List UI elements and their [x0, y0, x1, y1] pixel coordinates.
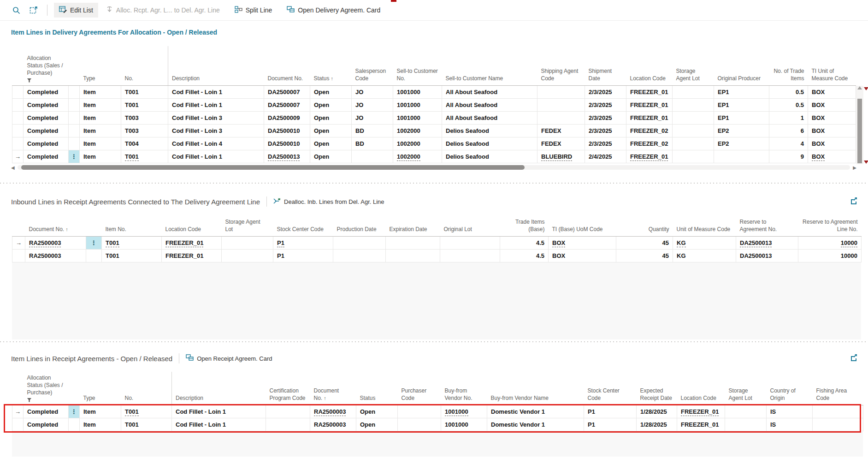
cell[interactable]: BOX — [808, 111, 856, 124]
cell[interactable]: JO — [352, 111, 393, 124]
cell[interactable]: 1002000 — [393, 124, 442, 137]
cell[interactable]: BD — [352, 124, 393, 137]
cell[interactable]: T003 — [121, 124, 168, 137]
cell[interactable]: 2/3/2025 — [585, 85, 626, 98]
cell[interactable]: Completed — [24, 85, 69, 98]
column-header[interactable]: Status — [356, 372, 398, 405]
cell[interactable]: T004 — [121, 137, 168, 150]
cell[interactable]: Cod Fillet - Loin 3 — [168, 111, 264, 124]
row-selector[interactable] — [12, 111, 24, 124]
table-row[interactable]: →RA2500003⋮T001FREEZER_01P14.5BOX45KGDA2… — [12, 236, 862, 249]
row-menu-icon[interactable]: ⋮ — [86, 236, 102, 249]
column-header[interactable]: Description — [172, 372, 266, 405]
cell[interactable] — [673, 98, 714, 111]
column-header[interactable]: Buy-from Vendor Name — [487, 372, 584, 405]
cell[interactable] — [352, 150, 393, 163]
cell[interactable]: 1001000 — [441, 418, 487, 431]
cell[interactable]: Cod Fillet - Loin 1 — [172, 418, 266, 431]
cell[interactable]: FREEZER_01 — [162, 236, 222, 249]
cell[interactable]: EP2 — [714, 137, 769, 150]
cell[interactable]: BLUEBIRD — [537, 150, 585, 163]
cell[interactable]: 1/28/2025 — [637, 418, 677, 431]
cell[interactable]: EP1 — [714, 85, 769, 98]
column-header[interactable]: Expected Receipt Date — [637, 372, 677, 405]
cell[interactable] — [673, 111, 714, 124]
cell[interactable] — [725, 418, 767, 431]
cell[interactable]: FEDEX — [537, 137, 585, 150]
cell[interactable] — [398, 418, 441, 431]
cell[interactable]: 1 — [769, 111, 808, 124]
cell[interactable]: 1001000 — [393, 98, 442, 111]
row-selector[interactable] — [12, 418, 24, 431]
section-splitter[interactable] — [0, 183, 868, 184]
section-splitter[interactable] — [0, 341, 868, 342]
cell[interactable]: 1001000 — [393, 111, 442, 124]
column-header[interactable]: Document No.↑ — [25, 215, 86, 236]
cell[interactable]: T001 — [121, 150, 168, 163]
column-header[interactable]: Status↑ — [310, 46, 352, 85]
cell[interactable]: 0.5 — [769, 85, 808, 98]
column-header[interactable]: Stock Center Code — [584, 372, 637, 405]
cell[interactable]: 4.5 — [500, 236, 549, 249]
cell[interactable] — [440, 236, 500, 249]
dealloc-inbound-lines-button[interactable]: Dealloc. Inb. Lines from Del. Agr. Line — [273, 198, 384, 206]
cell[interactable]: 45 — [616, 236, 673, 249]
cell[interactable]: 2/3/2025 — [585, 124, 626, 137]
horizontal-scrollbar-thumb[interactable] — [21, 165, 525, 170]
cell[interactable]: DA2500007 — [264, 85, 310, 98]
column-header[interactable]: Unit of Measure Code — [673, 215, 736, 236]
cell[interactable]: Item — [80, 111, 121, 124]
cell[interactable]: FREEZER_01 — [677, 405, 725, 418]
cell[interactable]: Open — [310, 111, 352, 124]
cell[interactable]: JO — [352, 98, 393, 111]
search-icon[interactable] — [9, 3, 23, 17]
table-row[interactable]: RA2500003T001FREEZER_01P14.5BOX45KGDA250… — [12, 249, 862, 262]
column-header[interactable]: TI (Base) UoM Code — [549, 215, 616, 236]
cell[interactable]: All About Seafood — [442, 85, 537, 98]
cell[interactable]: 45 — [616, 249, 673, 262]
column-header[interactable]: Type — [80, 46, 121, 85]
cell[interactable]: KG — [673, 249, 736, 262]
cell[interactable]: Open — [310, 124, 352, 137]
cell[interactable]: 2/3/2025 — [585, 98, 626, 111]
cell[interactable] — [673, 137, 714, 150]
cell[interactable]: Delios Seafood — [442, 150, 537, 163]
cell[interactable]: 1/28/2025 — [637, 405, 677, 418]
cell[interactable]: IS — [767, 405, 813, 418]
cell[interactable]: 2/3/2025 — [585, 137, 626, 150]
cell[interactable] — [266, 405, 310, 418]
table-row[interactable]: CompletedItemT001Cod Fillet - Loin 1DA25… — [12, 85, 856, 98]
cell[interactable]: 1002000 — [393, 150, 442, 163]
cell[interactable]: 1001000 — [393, 85, 442, 98]
cell[interactable]: T001 — [121, 418, 172, 431]
cell[interactable]: P1 — [273, 249, 333, 262]
cell[interactable]: BOX — [808, 137, 856, 150]
cell[interactable]: 2/3/2025 — [585, 111, 626, 124]
cell[interactable]: 9 — [769, 150, 808, 163]
cell[interactable] — [333, 236, 386, 249]
cell[interactable]: FREEZER_02 — [626, 124, 673, 137]
column-header[interactable]: Document No.↑ — [310, 372, 356, 405]
cell[interactable] — [537, 85, 585, 98]
cell[interactable]: DA2500007 — [264, 98, 310, 111]
vertical-scrollbar[interactable] — [856, 86, 863, 164]
cell[interactable]: Completed — [24, 137, 69, 150]
cell[interactable]: FREEZER_02 — [626, 137, 673, 150]
row-menu-icon[interactable] — [69, 124, 80, 137]
column-header[interactable]: Type — [80, 372, 121, 405]
split-line-button[interactable]: Split Line — [230, 3, 278, 18]
row-menu-icon[interactable] — [69, 85, 80, 98]
cell[interactable] — [673, 85, 714, 98]
scroll-up-icon[interactable] — [857, 86, 862, 89]
cell[interactable]: Item — [80, 137, 121, 150]
edit-list-button[interactable]: Edit List — [54, 3, 98, 18]
vertical-scrollbar-thumb[interactable] — [857, 99, 862, 163]
cell[interactable]: Completed — [24, 405, 69, 418]
cell[interactable]: 0.5 — [769, 98, 808, 111]
cell[interactable]: JO — [352, 85, 393, 98]
cell[interactable]: All About Seafood — [442, 111, 537, 124]
table-row[interactable]: CompletedItemT003Cod Fillet - Loin 3DA25… — [12, 111, 856, 124]
table-row[interactable]: CompletedItemT004Cod Fillet - Loin 4DA25… — [12, 137, 856, 150]
cell[interactable]: T001 — [121, 85, 168, 98]
cell[interactable]: Domestic Vendor 1 — [487, 418, 584, 431]
